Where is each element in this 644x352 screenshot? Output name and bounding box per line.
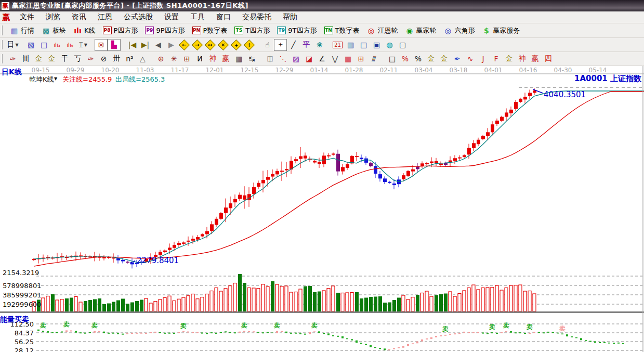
four-angle-tool-icon[interactable]: 四	[542, 53, 555, 65]
angle-a-tool-icon[interactable]: △	[136, 53, 149, 65]
toolbar-grip[interactable]	[2, 54, 5, 63]
trendline-icon[interactable]: ╱	[287, 39, 300, 51]
gold-line2-tool-icon[interactable]: 金	[45, 53, 58, 65]
span-arrow-tool-icon[interactable]: ↹	[245, 53, 258, 65]
menu-设置[interactable]: 设置	[159, 11, 185, 23]
quotes-button[interactable]: ▦行情	[6, 24, 38, 37]
f-angle-tool-icon[interactable]: F	[490, 53, 503, 65]
9p-square-button[interactable]: P99P四方形	[141, 24, 188, 37]
gann-wheel-button[interactable]: ◎江恩轮	[363, 24, 401, 37]
menu-交易委托[interactable]: 交易委托	[236, 11, 277, 23]
calendar-icon[interactable]: 21	[331, 39, 344, 51]
eraser-tool-icon[interactable]: ✑	[6, 53, 19, 65]
winner-service-button[interactable]: $赢家服务	[478, 24, 523, 37]
kline-9-icon[interactable]: ılı₉	[63, 39, 76, 51]
web-export-icon[interactable]: ◍	[383, 39, 396, 51]
9t-square-button[interactable]: T99T四方形	[273, 24, 320, 37]
toolbar-grip[interactable]	[2, 25, 5, 35]
menu-资讯[interactable]: 资讯	[66, 11, 92, 23]
scale-list-tool-icon[interactable]: ▤	[386, 53, 399, 65]
t-table-button[interactable]: TNT数字表	[321, 24, 363, 37]
shift-left-diamond-icon[interactable]: ←	[178, 39, 191, 51]
save-icon[interactable]: ▣	[370, 39, 383, 51]
pen-blue-tool-icon[interactable]: ✒	[451, 53, 464, 65]
percent7-tool-icon[interactable]: %	[399, 53, 412, 65]
shen-tool-icon[interactable]: 神	[206, 53, 219, 65]
zoom-in-diamond-icon[interactable]: ＋	[230, 39, 243, 51]
gold-bars-tool-icon[interactable]: 金	[438, 53, 451, 65]
star-grid-tool-icon[interactable]: ✳	[167, 53, 180, 65]
grid123-tool-icon[interactable]: ▦	[232, 53, 245, 65]
fan-tool-icon[interactable]: ⋱	[277, 53, 290, 65]
toolbar-grip[interactable]	[2, 40, 5, 49]
spiral-icon[interactable]: ❀	[313, 39, 326, 51]
percent-tool-icon[interactable]: %	[412, 53, 425, 65]
winner-wheel-button[interactable]: ◉赢家轮	[401, 24, 440, 37]
shen-angle-tool-icon[interactable]: 神	[516, 53, 529, 65]
red-grid1-tool-icon[interactable]: ▦	[341, 53, 354, 65]
hand-drag-icon[interactable]: ☝	[261, 39, 274, 51]
kline-button[interactable]: ılıK线	[70, 24, 99, 37]
workstation-icon[interactable]: ▢	[396, 39, 409, 51]
period-day-dropdown[interactable]: 日▼	[6, 39, 19, 51]
sectors-button[interactable]: ▩板块	[38, 24, 70, 37]
qiankun-kline-label[interactable]: 乾坤K线	[29, 75, 54, 84]
gold-angle-tool-icon[interactable]: 金	[503, 53, 516, 65]
n2-tool-icon[interactable]: n²	[123, 53, 136, 65]
kline-3-icon[interactable]: ılı₃	[50, 39, 63, 51]
wave-mark-tool-icon[interactable]: И	[193, 53, 206, 65]
brush-tool-icon[interactable]: ✑	[84, 53, 97, 65]
ying-tool-icon[interactable]: 赢	[219, 53, 232, 65]
menu-公式选股[interactable]: 公式选股	[118, 11, 159, 23]
p-square-button[interactable]: P8P四方形	[99, 24, 142, 37]
gold-circle-tool-icon[interactable]: 金	[425, 53, 438, 65]
menu-工具[interactable]: 工具	[185, 11, 211, 23]
gann-text-icon[interactable]: 平	[300, 39, 313, 51]
qiankun-kline-icon[interactable]: ⊠	[95, 39, 108, 51]
compass-tool-icon[interactable]: ⊘	[97, 53, 110, 65]
wave-red-tool-icon[interactable]: ∿	[464, 53, 477, 65]
first-page-icon[interactable]: |◀	[126, 39, 139, 51]
grid-fan-tool-icon[interactable]: ▨	[290, 53, 303, 65]
ying-angle-tool-icon[interactable]: 赢	[529, 53, 542, 65]
prev-icon[interactable]: ◀	[152, 39, 165, 51]
dotted-v-tool-icon[interactable]: ⋁	[328, 53, 341, 65]
last-page-icon[interactable]: ▶|	[139, 39, 152, 51]
menu-江恩[interactable]: 江恩	[92, 11, 118, 23]
compress-diamond-icon[interactable]: ✕	[217, 39, 230, 51]
frame-tool-icon[interactable]: ⎅	[264, 53, 277, 65]
period-label[interactable]: 日K线	[2, 68, 22, 77]
menu-文件[interactable]: 文件	[14, 11, 40, 23]
grid4-tool-icon[interactable]: 卌	[19, 53, 32, 65]
zoom-all-diamond-icon[interactable]: ✛	[243, 39, 256, 51]
calculator-icon[interactable]: ▦	[344, 39, 357, 51]
gold-line1-tool-icon[interactable]: 金	[32, 53, 45, 65]
notebook-icon[interactable]: ▤	[357, 39, 370, 51]
f-grid-tool-icon[interactable]: 干	[58, 53, 71, 65]
hash-tool-icon[interactable]: 卅	[110, 53, 123, 65]
shift-right-diamond-icon[interactable]: →	[191, 39, 204, 51]
crosshair-icon[interactable]: ＋	[274, 39, 287, 51]
menu-浏览[interactable]: 浏览	[40, 11, 66, 23]
coil-tool-icon[interactable]: 丂	[71, 53, 84, 65]
p-table-button[interactable]: PNP数字表	[189, 24, 231, 37]
t-square-button[interactable]: TST四方形	[231, 24, 273, 37]
chevron-down-icon[interactable]: ▼	[54, 76, 57, 81]
main-chart-icon[interactable]: ▧	[24, 39, 37, 51]
next-icon[interactable]: ▶	[165, 39, 178, 51]
multi-line-tool-icon[interactable]: ⫻	[367, 53, 380, 65]
menu-帮助[interactable]: 帮助	[277, 11, 303, 23]
red-grid2-tool-icon[interactable]: ⊞	[354, 53, 367, 65]
j-angle-tool-icon[interactable]: J	[477, 53, 490, 65]
menu-窗口[interactable]: 窗口	[211, 11, 236, 23]
angle-line-tool-icon[interactable]: ∠	[316, 53, 328, 65]
shade-grid-tool-icon[interactable]: ◪	[303, 53, 316, 65]
chart-canvas[interactable]: 卖卖卖卖卖卖卖卖卖卖卖卖	[0, 66, 644, 352]
candle-style-dropdown[interactable]: ⌶▼	[76, 39, 89, 51]
target-tool-icon[interactable]: ⊕	[154, 53, 167, 65]
box-grid-tool-icon[interactable]: ⊞	[180, 53, 193, 65]
expand-diamond-icon[interactable]: ↔	[204, 39, 217, 51]
volume-profile-icon[interactable]: ▙	[108, 39, 121, 51]
info-list-icon[interactable]: ▤	[37, 39, 50, 51]
hexagon-button[interactable]: ◎六角形	[440, 24, 478, 37]
